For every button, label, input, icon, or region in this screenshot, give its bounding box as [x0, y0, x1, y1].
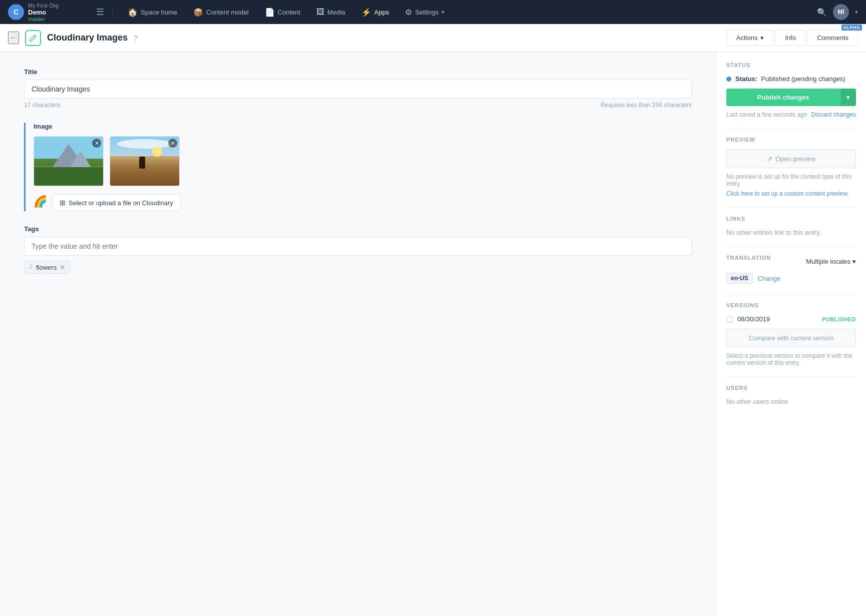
translation-select[interactable]: Multiple locales ▾ [806, 258, 856, 265]
image-label: Image [34, 123, 692, 130]
open-preview-button[interactable]: ↗ Open preview [726, 150, 856, 168]
tags-label: Tags [24, 225, 692, 233]
master-label: master [28, 16, 59, 22]
discard-link[interactable]: Discard changes [811, 111, 856, 118]
content-header: ← Cloudinary Images ? Actions ▾ Info Com… [0, 24, 866, 52]
tag-label: flowers [36, 264, 57, 271]
cloudinary-upload-button[interactable]: ⊞ Select or upload a file on Cloudinary [52, 194, 181, 211]
settings-chevron: ▾ [442, 9, 445, 16]
logo-area: C My First Org Demo master [8, 3, 88, 22]
status-value: Published (pending changes) [761, 75, 845, 83]
links-section: LINKS No other entries link to this entr… [726, 216, 856, 236]
publish-label: Publish changes [757, 94, 809, 101]
tag-item-flowers: ⠿ flowers ✕ [24, 261, 70, 274]
nav-space-home[interactable]: 🏠 Space home [121, 5, 184, 20]
tags-input[interactable] [24, 237, 692, 256]
publish-button[interactable]: Publish changes [726, 89, 840, 106]
nav-media[interactable]: 🖼 Media [309, 5, 352, 20]
actions-label: Actions [736, 34, 758, 42]
upload-icon: ⊞ [60, 199, 66, 207]
cloudinary-icon: 🌈 [34, 195, 47, 208]
nav-apps-label: Apps [374, 9, 389, 16]
nav-media-label: Media [327, 9, 345, 16]
alpha-badge: ALPHA [841, 25, 862, 31]
locale-row: en-US Change [726, 273, 856, 284]
nav-space-home-label: Space home [141, 9, 177, 16]
person-shape [139, 157, 145, 169]
publish-arrow-icon: ▾ [846, 94, 850, 101]
preview-section: PREVIEW ↗ Open preview No preview is set… [726, 137, 856, 197]
versions-section: VERSIONS 08/30/2019 PUBLISHED Compare wi… [726, 302, 856, 366]
nav-settings[interactable]: ⚙ Settings ▾ [398, 5, 452, 20]
actions-chevron: ▾ [760, 34, 764, 42]
content-icon: 📄 [265, 8, 275, 17]
nav-content[interactable]: 📄 Content [258, 5, 308, 20]
tag-remove-button[interactable]: ✕ [60, 263, 66, 271]
status-text: Status: Published (pending changes) [735, 75, 845, 83]
version-radio[interactable] [726, 316, 733, 323]
publish-btn-group: Publish changes ▾ [726, 89, 856, 106]
tags-field-group: Tags ⠿ flowers ✕ [24, 225, 692, 274]
compare-button[interactable]: Compare with current version [726, 329, 856, 347]
title-input[interactable] [24, 80, 692, 99]
hamburger-icon[interactable]: ☰ [96, 7, 104, 18]
image-2-remove-button[interactable]: ✕ [168, 139, 177, 148]
info-button[interactable]: Info [775, 30, 805, 46]
title-label: Title [24, 68, 692, 76]
preview-note: No preview is set up for the content typ… [726, 173, 856, 187]
top-navigation: C My First Org Demo master ☰ 🏠 Space hom… [0, 0, 866, 24]
page-title: Cloudinary Images [47, 33, 128, 43]
search-icon[interactable]: 🔍 [817, 8, 827, 17]
versions-section-title: VERSIONS [726, 302, 856, 308]
change-locale-link[interactable]: Change [758, 275, 781, 282]
nav-right-area: 🔍 MI ▾ [817, 4, 858, 20]
nav-apps[interactable]: ⚡ Apps [354, 5, 396, 20]
version-hint: Select a previous version to compare it … [726, 352, 856, 366]
title-limit: Requires less than 256 characters [601, 102, 692, 109]
clouds-shape [117, 139, 172, 149]
status-row: Status: Published (pending changes) [726, 75, 856, 83]
org-info: My First Org Demo master [28, 3, 59, 22]
no-links-text: No other entries link to this entry. [726, 229, 856, 236]
title-char-count: 17 characters [24, 102, 61, 109]
divider-4 [726, 294, 856, 294]
nav-content-label: Content [278, 9, 301, 16]
nav-content-model[interactable]: 📦 Content model [186, 5, 256, 20]
comments-button[interactable]: Comments [807, 30, 858, 46]
translation-section-title: TRANSLATION [726, 255, 771, 261]
publish-arrow-button[interactable]: ▾ [840, 89, 856, 106]
translation-row: TRANSLATION Multiple locales ▾ [726, 255, 856, 268]
avatar[interactable]: MI [833, 4, 849, 20]
org-name: My First Org [28, 3, 59, 9]
tags-list: ⠿ flowers ✕ [24, 261, 692, 274]
apps-icon: ⚡ [361, 8, 371, 17]
preview-btn-icon: ↗ [767, 155, 772, 163]
status-section-title: STATUS [726, 62, 856, 68]
entry-icon [25, 30, 41, 46]
version-row: 08/30/2019 PUBLISHED [726, 315, 856, 323]
home-icon: 🏠 [128, 8, 138, 17]
image-card-1: ✕ [34, 136, 104, 186]
media-icon: 🖼 [316, 8, 324, 17]
cloudinary-btn-label: Select or upload a file on Cloudinary [69, 199, 173, 207]
comments-label: Comments [817, 34, 848, 42]
status-prefix: Status: [735, 75, 757, 83]
info-label: Info [785, 34, 796, 42]
translation-section: TRANSLATION Multiple locales ▾ en-US Cha… [726, 255, 856, 284]
divider-1 [726, 128, 856, 129]
divider-2 [726, 207, 856, 208]
nav-settings-label: Settings [415, 9, 439, 16]
help-icon[interactable]: ? [134, 34, 138, 42]
actions-button[interactable]: Actions ▾ [727, 30, 774, 46]
no-users-text: No other users online [726, 398, 856, 405]
image-grid: ✕ ✕ [34, 136, 692, 186]
logo-icon[interactable]: C [8, 4, 24, 20]
tag-drag-handle[interactable]: ⠿ [29, 264, 33, 271]
users-section: USERS No other users online [726, 385, 856, 405]
preview-setup-link[interactable]: Click here to set up a custom content pr… [726, 190, 849, 197]
sun-shape [152, 147, 162, 157]
cloudinary-row: 🌈 ⊞ Select or upload a file on Cloudinar… [34, 192, 692, 211]
back-button[interactable]: ← [8, 32, 19, 44]
image-1-remove-button[interactable]: ✕ [92, 139, 101, 148]
status-dot [726, 77, 731, 82]
